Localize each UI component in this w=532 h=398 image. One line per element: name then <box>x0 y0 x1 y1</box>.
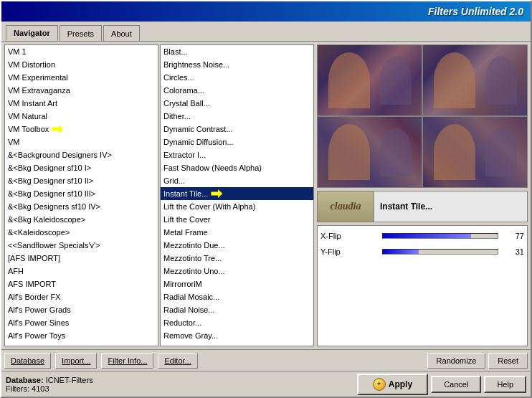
filter-list-item[interactable]: Circles... <box>161 71 313 84</box>
filter-list-item[interactable]: Mezzotinto Due... <box>161 239 313 252</box>
category-list-item[interactable]: VM Extravaganza <box>5 84 158 97</box>
status-info: Database: ICNET-Filters Filters: 4103 <box>6 376 357 393</box>
filter-list-item[interactable]: Remove Gray... <box>161 329 313 342</box>
param-slider[interactable] <box>382 233 498 239</box>
editor-button[interactable]: Editor... <box>158 353 197 369</box>
param-value: 77 <box>503 232 524 240</box>
filter-list-item[interactable]: Crystal Ball... <box>161 97 313 110</box>
filters-status: Filters: 4103 <box>6 384 357 393</box>
filter-list-item[interactable]: Radial Noise... <box>161 303 313 316</box>
param-slider-fill <box>383 234 471 238</box>
category-list-item[interactable]: &<Bkg Designers sf10 IV> <box>5 200 158 213</box>
category-list-item[interactable]: VM Natural <box>5 110 158 123</box>
preview-thumb-2 <box>423 45 527 115</box>
filter-list-item[interactable]: Instant Tile... <box>161 187 313 200</box>
apply-button[interactable]: ✦ Apply <box>357 374 428 395</box>
category-list[interactable]: VM 1VM DistortionVM ExperimentalVM Extra… <box>5 45 158 346</box>
preview-cell-4 <box>423 117 527 187</box>
filter-list-item[interactable]: Reductor... <box>161 316 313 329</box>
category-list-item[interactable]: AlphaWorks <box>5 342 158 346</box>
filter-list-item[interactable]: Round Button... <box>161 342 313 346</box>
category-list-item[interactable]: <<Sandflower Specials'v'> <box>5 239 158 252</box>
import-button[interactable]: Import... <box>55 353 97 369</box>
filter-list-item[interactable]: MirrorroriM <box>161 278 313 290</box>
param-slider[interactable] <box>382 249 498 255</box>
filter-list-item[interactable]: Lift the Cover <box>161 213 313 226</box>
category-list-item[interactable]: AFH <box>5 265 158 278</box>
help-label: Help <box>497 380 513 389</box>
category-list-item[interactable]: Alf's Power Grads <box>5 303 158 316</box>
category-list-item[interactable]: &<Bkg Kaleidoscope> <box>5 213 158 226</box>
category-list-item[interactable]: &<Kaleidoscope> <box>5 226 158 239</box>
apply-label: Apply <box>389 379 412 389</box>
category-list-item[interactable]: VM Distortion <box>5 58 158 71</box>
preview-cell-3 <box>318 117 422 187</box>
category-list-item[interactable]: VM <box>5 136 158 148</box>
preview-thumb-1 <box>318 45 422 115</box>
status-bar: Database: ICNET-Filters Filters: 4103 ✦ … <box>1 371 531 397</box>
category-list-item[interactable]: &<Background Designers IV> <box>5 148 158 161</box>
filter-list-item[interactable]: Lift the Cover (With Alpha) <box>161 200 313 213</box>
filter-list-item[interactable]: Dither... <box>161 110 313 123</box>
randomize-button[interactable]: Randomize <box>427 353 486 369</box>
filter-list-item[interactable]: Mezzotinto Tre... <box>161 252 313 265</box>
main-window: Filters Unlimited 2.0 Navigator Presets … <box>0 0 532 398</box>
filter-list-item[interactable]: Fast Shadow (Needs Alpha) <box>161 161 313 174</box>
cancel-label: Cancel <box>444 380 468 389</box>
app-title: Filters Unlimited 2.0 <box>428 6 523 17</box>
filters-value: 4103 <box>32 384 49 393</box>
category-list-item[interactable]: &<Bkg Designer sf10 III> <box>5 187 158 200</box>
filter-list-item[interactable]: Blast... <box>161 45 313 58</box>
category-list-item[interactable]: [AFS IMPORT] <box>5 252 158 265</box>
param-label: Y-Flip <box>320 247 378 256</box>
database-button[interactable]: Database <box>4 353 51 369</box>
filter-list-item[interactable]: Colorama... <box>161 84 313 97</box>
filter-list-item[interactable]: Metal Frame <box>161 226 313 239</box>
param-slider-fill <box>383 250 419 254</box>
filter-list-item[interactable]: Extractor I... <box>161 148 313 161</box>
category-list-item[interactable]: VM Toolbox <box>5 123 158 136</box>
database-status: Database: ICNET-Filters <box>6 376 357 384</box>
filter-list-item[interactable]: Mezzotinto Uno... <box>161 265 313 278</box>
category-list-item[interactable]: &<Bkg Designer sf10 II> <box>5 174 158 187</box>
filter-list-item[interactable]: Dynamic Diffusion... <box>161 136 313 148</box>
filter-list-item[interactable]: Radial Mosaic... <box>161 290 313 303</box>
filter-list[interactable]: Blast...Brightness Noise...Circles...Col… <box>161 45 313 346</box>
filter-name-text: Instant Tile... <box>380 202 432 212</box>
category-list-item[interactable]: VM Experimental <box>5 71 158 84</box>
category-list-item[interactable]: Alf's Border FX <box>5 290 158 303</box>
filter-list-item[interactable]: Brightness Noise... <box>161 58 313 71</box>
cancel-button[interactable]: Cancel <box>431 376 481 393</box>
category-list-item[interactable]: VM Instant Art <box>5 97 158 110</box>
filter-info: claudia Instant Tile... <box>317 191 528 222</box>
arrow-icon <box>211 189 222 198</box>
preview-grid <box>317 44 528 188</box>
category-list-item[interactable]: AFS IMPORT <box>5 278 158 290</box>
right-panel: claudia Instant Tile... X-Flip77Y-Flip31 <box>317 44 528 346</box>
filter-list-item[interactable]: Dynamic Contrast... <box>161 123 313 136</box>
param-row-y-flip: Y-Flip31 <box>320 245 524 259</box>
content-area: VM 1VM DistortionVM ExperimentalVM Extra… <box>1 42 531 349</box>
tab-presets[interactable]: Presets <box>60 25 102 41</box>
middle-panel: Blast...Brightness Noise...Circles...Col… <box>160 44 314 346</box>
help-button[interactable]: Help <box>484 376 526 393</box>
category-list-item[interactable]: Alf's Power Sines <box>5 316 158 329</box>
bottom-toolbar: Database Import... Filter Info... Editor… <box>1 349 531 371</box>
arrow-icon <box>52 125 63 133</box>
filter-list-item[interactable]: Grid... <box>161 174 313 187</box>
preview-cell-1 <box>318 45 422 115</box>
tab-bar: Navigator Presets About <box>1 22 531 42</box>
tab-navigator[interactable]: Navigator <box>6 25 58 41</box>
reset-button[interactable]: Reset <box>488 353 528 369</box>
logo-text: claudia <box>331 201 361 212</box>
preview-thumb-4 <box>423 117 527 187</box>
params-area: X-Flip77Y-Flip31 <box>317 225 528 346</box>
title-bar: Filters Unlimited 2.0 <box>1 1 531 22</box>
filter-name-display: Instant Tile... <box>374 191 528 222</box>
tab-about[interactable]: About <box>103 25 140 41</box>
param-label: X-Flip <box>320 232 378 240</box>
filter-info-button[interactable]: Filter Info... <box>101 353 153 369</box>
category-list-item[interactable]: Alf's Power Toys <box>5 329 158 342</box>
category-list-item[interactable]: VM 1 <box>5 45 158 58</box>
category-list-item[interactable]: &<Bkg Designer sf10 I> <box>5 161 158 174</box>
